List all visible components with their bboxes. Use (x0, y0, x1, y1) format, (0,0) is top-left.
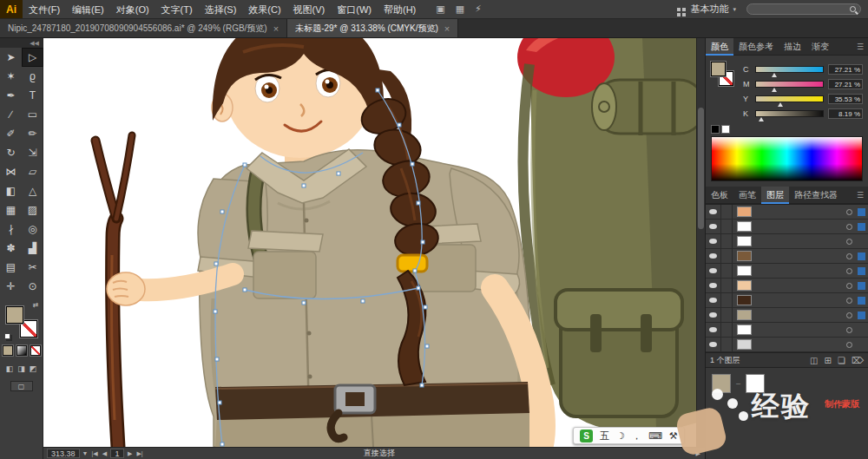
new-sublayer-icon[interactable]: ⊞ (825, 356, 832, 365)
hand-tool[interactable]: ✛ (0, 277, 22, 296)
zoom-dropdown-icon[interactable]: ▼ (82, 450, 89, 456)
menu-stock-icon[interactable]: ▣ (436, 3, 444, 15)
visibility-cell[interactable] (706, 249, 721, 263)
menu-item[interactable]: 窗口(W) (331, 0, 378, 19)
visibility-cell[interactable] (706, 205, 721, 219)
target-circle-icon[interactable] (846, 342, 852, 348)
visibility-cell[interactable] (706, 220, 721, 233)
input-method-bar[interactable]: S 五☽，⌨⚒ (573, 427, 685, 444)
layer-row[interactable] (706, 338, 868, 352)
visibility-cell[interactable] (706, 234, 721, 248)
sogou-logo-icon[interactable]: S (580, 429, 593, 443)
swap-fill-stroke-icon[interactable]: ⇄ (33, 301, 39, 309)
menu-item[interactable]: 选择(S) (199, 0, 243, 19)
slider-thumb-icon[interactable] (759, 117, 764, 121)
channel-slider[interactable] (755, 95, 824, 102)
target-circle-icon[interactable] (846, 283, 852, 289)
search-box[interactable] (746, 3, 861, 15)
lock-cell[interactable] (721, 205, 733, 219)
lock-cell[interactable] (721, 338, 733, 351)
tab-close-icon[interactable]: × (273, 23, 279, 34)
ime-item[interactable]: ☽ (616, 431, 625, 441)
visibility-cell[interactable] (706, 323, 721, 337)
pencil-tool[interactable]: ✏ (22, 124, 43, 143)
panel-tab-画笔[interactable]: 画笔 (733, 187, 761, 204)
menu-item[interactable]: 文字(T) (155, 0, 199, 19)
zoom-level[interactable]: 313.38 (47, 449, 80, 458)
lock-cell[interactable] (721, 249, 733, 263)
lock-cell[interactable] (721, 293, 733, 307)
menu-arrange-documents-icon[interactable]: ▦ (456, 3, 464, 15)
type-tool[interactable]: T (22, 86, 43, 105)
document-tab[interactable]: Nipic_24787180_20190708090904556086.ai* … (0, 19, 287, 37)
vertical-scrollbar[interactable] (696, 38, 705, 447)
default-fill-stroke-icon[interactable] (4, 333, 10, 339)
lock-cell[interactable] (721, 323, 733, 337)
column-graph-tool[interactable]: ▟ (22, 239, 43, 258)
object-thumbnail[interactable] (712, 374, 731, 393)
lock-cell[interactable] (721, 264, 733, 278)
slider-thumb-icon[interactable] (778, 102, 783, 107)
lock-cell[interactable] (721, 234, 733, 248)
menu-item[interactable]: 文件(F) (23, 0, 66, 19)
layer-row[interactable] (706, 205, 868, 220)
channel-slider[interactable] (755, 81, 824, 88)
last-artboard-icon[interactable]: ▶| (135, 450, 143, 457)
scale-tool[interactable]: ⇲ (22, 143, 43, 162)
canvas-area[interactable] (43, 38, 705, 447)
menu-item[interactable]: 视图(V) (287, 0, 332, 19)
white-swatch[interactable] (721, 125, 730, 134)
panel-tab-描边[interactable]: 描边 (779, 38, 806, 56)
visibility-cell[interactable] (706, 264, 721, 278)
draw-normal-icon[interactable]: ◧ (6, 364, 14, 373)
draw-inside-icon[interactable]: ◩ (30, 364, 37, 373)
clipping-mask-icon[interactable]: ◫ (810, 356, 818, 365)
color-button[interactable] (3, 345, 13, 356)
lasso-tool[interactable]: ϱ (22, 67, 43, 86)
layer-row[interactable] (706, 323, 868, 338)
panel-tab-颜色[interactable]: 颜色 (706, 38, 733, 56)
menu-item[interactable]: 对象(O) (110, 0, 155, 19)
slider-thumb-icon[interactable] (772, 88, 777, 92)
visibility-cell[interactable] (706, 338, 721, 351)
mask-thumbnail[interactable] (746, 374, 765, 393)
search-input[interactable] (752, 5, 850, 14)
layer-row[interactable] (706, 249, 868, 264)
panel-fill-stroke[interactable] (711, 62, 737, 93)
channel-value[interactable]: 27.21 % (828, 79, 863, 89)
tab-close-icon[interactable]: × (444, 23, 450, 34)
channel-value[interactable]: 35.53 % (828, 94, 863, 104)
ime-item[interactable]: ⚒ (669, 431, 678, 441)
lock-cell[interactable] (721, 308, 733, 322)
eyedropper-tool[interactable]: ∤ (0, 220, 22, 239)
panel-tab-渐变[interactable]: 渐变 (806, 38, 834, 56)
layer-row[interactable] (706, 220, 868, 234)
rotate-tool[interactable]: ↻ (0, 143, 22, 162)
channel-value[interactable]: 8.19 % (828, 108, 863, 119)
color-panel-menu-icon[interactable]: ☰ (857, 43, 868, 51)
layer-row[interactable] (706, 279, 868, 293)
lock-cell[interactable] (721, 220, 733, 233)
status-expand-icon[interactable]: ▶ (695, 450, 701, 457)
layer-row[interactable] (706, 308, 868, 323)
ime-item[interactable]: 五 (600, 431, 609, 441)
make-mask-button[interactable]: 制作蒙版 (825, 398, 859, 410)
lock-cell[interactable] (721, 279, 733, 292)
zoom-tool[interactable]: ⊙ (22, 277, 43, 296)
target-circle-icon[interactable] (846, 224, 852, 230)
gradient-tool[interactable]: ▨ (22, 200, 43, 220)
vertical-scrollbar-thumb[interactable] (698, 108, 704, 229)
channel-value[interactable]: 27.21 % (828, 64, 863, 75)
panel-tab-颜色参考[interactable]: 颜色参考 (733, 38, 779, 56)
layer-row[interactable] (706, 234, 868, 249)
none-button[interactable] (30, 345, 41, 356)
target-circle-icon[interactable] (846, 298, 852, 304)
direct-selection-tool[interactable]: ▷ (22, 48, 43, 67)
shape-builder-tool[interactable]: ◧ (0, 181, 22, 200)
panel-tab-路径查找器[interactable]: 路径查找器 (789, 187, 843, 204)
gradient-button[interactable] (16, 345, 27, 356)
draw-behind-icon[interactable]: ◨ (17, 364, 25, 373)
menu-item[interactable]: 效果(C) (242, 0, 286, 19)
blend-tool[interactable]: ◎ (22, 220, 43, 239)
target-circle-icon[interactable] (846, 209, 852, 215)
